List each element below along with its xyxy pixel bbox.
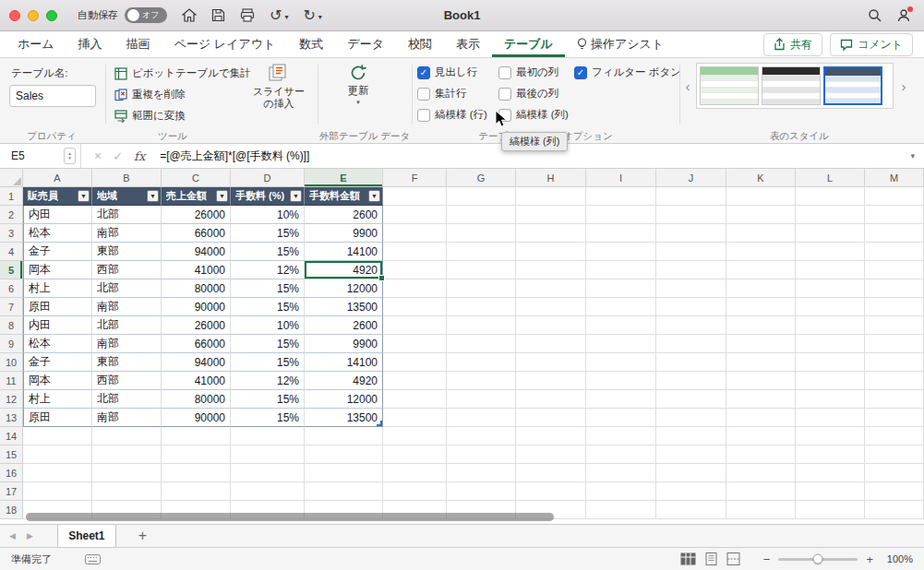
column-header-A[interactable]: A <box>23 169 92 187</box>
cell-F3[interactable] <box>383 224 447 243</box>
comments-button[interactable]: コメント <box>830 33 913 56</box>
cell-C11[interactable]: 41000 <box>162 372 231 390</box>
cell-E3[interactable]: 9900 <box>305 224 383 243</box>
checkbox-icon[interactable] <box>417 88 430 101</box>
cell-B5[interactable]: 西部 <box>92 261 162 279</box>
cell-A9[interactable]: 松本 <box>23 335 92 353</box>
cell-A17[interactable] <box>23 482 92 501</box>
cell-A15[interactable] <box>23 445 92 464</box>
cell-C17[interactable] <box>162 482 231 501</box>
cell-K7[interactable] <box>726 298 796 316</box>
cell-F11[interactable] <box>383 372 447 390</box>
cell-B7[interactable]: 南部 <box>92 298 162 316</box>
cell-J18[interactable] <box>656 501 726 519</box>
cell-J10[interactable] <box>656 353 726 372</box>
cell-L9[interactable] <box>796 335 865 353</box>
cell-M10[interactable] <box>865 353 924 372</box>
column-header-B[interactable]: B <box>92 169 162 187</box>
cell-L13[interactable] <box>796 409 865 427</box>
column-header-G[interactable]: G <box>447 169 516 187</box>
row-header-1[interactable]: 1 <box>0 187 23 206</box>
checkbox-icon[interactable] <box>498 88 511 101</box>
cell-G16[interactable] <box>447 464 516 482</box>
cell-D17[interactable] <box>231 482 305 501</box>
style-option-2[interactable]: 集計行 <box>417 85 498 102</box>
cell-I11[interactable] <box>586 372 656 390</box>
row-header-14[interactable]: 14 <box>0 427 23 445</box>
cell-I5[interactable] <box>586 261 656 279</box>
cell-D15[interactable] <box>231 445 305 464</box>
cell-H14[interactable] <box>516 427 586 445</box>
cell-F7[interactable] <box>383 298 447 316</box>
sheet-nav-left-icon[interactable]: ◀ <box>9 531 16 540</box>
row-header-17[interactable]: 17 <box>0 482 23 501</box>
page-layout-view-icon[interactable] <box>704 552 718 565</box>
name-box[interactable]: E5 ▴▾ <box>0 144 81 168</box>
cell-B3[interactable]: 南部 <box>92 224 162 243</box>
ribbon-tab-9[interactable]: テーブル <box>492 31 565 57</box>
cell-I17[interactable] <box>586 482 656 501</box>
cell-K13[interactable] <box>726 409 796 427</box>
cell-A5[interactable]: 岡本 <box>23 261 92 279</box>
cell-C6[interactable]: 80000 <box>162 279 231 298</box>
account-icon[interactable] <box>896 8 911 22</box>
autosave-toggle[interactable]: オフ <box>125 7 167 23</box>
zoom-slider[interactable] <box>778 558 858 561</box>
cell-I16[interactable] <box>586 464 656 482</box>
cell-M8[interactable] <box>865 316 924 335</box>
share-button[interactable]: 共有 <box>763 33 822 56</box>
cell-H9[interactable] <box>516 335 586 353</box>
cell-L14[interactable] <box>796 427 865 445</box>
cell-E4[interactable]: 14100 <box>305 243 383 261</box>
row-header-10[interactable]: 10 <box>0 353 23 372</box>
row-header-5[interactable]: 5 <box>0 261 23 279</box>
cell-E16[interactable] <box>305 464 383 482</box>
cell-C15[interactable] <box>162 445 231 464</box>
keyboard-icon[interactable] <box>85 554 101 564</box>
cell-M18[interactable] <box>865 501 924 519</box>
ribbon-tab-3[interactable]: 描画 <box>114 31 162 57</box>
cell-B8[interactable]: 北部 <box>92 316 162 335</box>
checkbox-icon[interactable] <box>498 66 511 79</box>
ribbon-tool-button-3[interactable]: 範囲に変換 <box>114 106 251 125</box>
cell-I3[interactable] <box>586 224 656 243</box>
cell-L5[interactable] <box>796 261 865 279</box>
cell-F14[interactable] <box>383 427 447 445</box>
checkbox-icon[interactable]: ✓ <box>574 66 587 79</box>
cell-M15[interactable] <box>865 445 924 464</box>
row-header-13[interactable]: 13 <box>0 409 23 427</box>
cell-K12[interactable] <box>726 390 796 409</box>
column-header-K[interactable]: K <box>726 169 796 187</box>
cell-G17[interactable] <box>447 482 516 501</box>
row-header-7[interactable]: 7 <box>0 298 23 316</box>
row-header-9[interactable]: 9 <box>0 335 23 353</box>
cell-E5[interactable]: 4920 <box>305 261 383 279</box>
cell-D12[interactable]: 15% <box>231 390 305 409</box>
sheet-nav-right-icon[interactable]: ▶ <box>27 531 33 540</box>
cell-H10[interactable] <box>516 353 586 372</box>
cell-K16[interactable] <box>726 464 796 482</box>
column-header-C[interactable]: C <box>162 169 231 187</box>
row-header-15[interactable]: 15 <box>0 445 23 464</box>
cell-D5[interactable]: 12% <box>231 261 305 279</box>
save-icon[interactable] <box>211 8 225 22</box>
ribbon-tab-2[interactable]: 挿入 <box>66 31 114 57</box>
cell-K2[interactable] <box>726 206 796 224</box>
table-style-thumbnail-3[interactable] <box>823 66 882 105</box>
toolbar-customize-chevron-icon[interactable]: ▾ <box>318 10 322 21</box>
cell-C3[interactable]: 66000 <box>162 224 231 243</box>
formula-input[interactable]: =[@売上金額]*[@[手数料 (%)]] <box>160 148 309 164</box>
cell-J12[interactable] <box>656 390 726 409</box>
cell-M13[interactable] <box>865 409 924 427</box>
cell-G4[interactable] <box>447 243 516 261</box>
cell-F9[interactable] <box>383 335 447 353</box>
cell-E1[interactable]: 手数料金額▼ <box>305 187 383 206</box>
cell-M3[interactable] <box>865 224 924 243</box>
cell-H17[interactable] <box>516 482 586 501</box>
row-header-18[interactable]: 18 <box>0 501 23 519</box>
cell-B2[interactable]: 北部 <box>92 206 162 224</box>
cell-F8[interactable] <box>383 316 447 335</box>
cell-H5[interactable] <box>516 261 586 279</box>
cell-H11[interactable] <box>516 372 586 390</box>
table-resize-handle[interactable] <box>377 421 382 426</box>
